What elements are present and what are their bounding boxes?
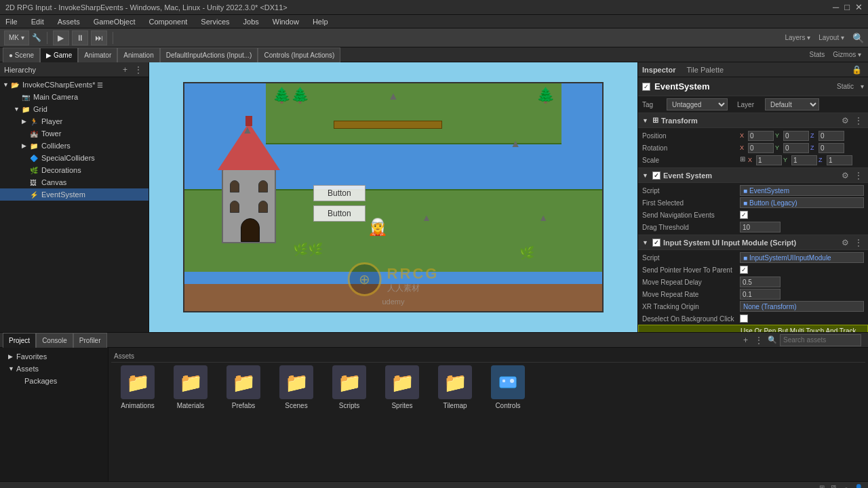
close-btn[interactable]: ✕ [855,2,863,12]
hierarchy-menu-btn[interactable]: ⋮ [132,65,144,75]
position-z-input[interactable] [818,131,844,141]
es-first-selected-ref[interactable]: ■Button (Legacy) [740,197,864,208]
im-xr-ref[interactable]: None (Transform) [740,301,864,312]
tab-animator[interactable]: Animator [78,47,117,62]
im-deselect-checkbox[interactable] [740,314,748,323]
pause-button[interactable]: ⏸ [72,30,88,45]
watermark-subtitle: 人人素材 [387,283,439,294]
es-script-ref[interactable]: ■EventSystem [740,185,864,196]
object-active-checkbox[interactable] [642,83,650,91]
tab-controls[interactable]: Controls (Input Actions) [258,47,340,62]
tab-scene[interactable]: ● Scene [3,47,40,62]
add-asset-btn[interactable]: + [741,336,750,345]
object-name[interactable]: EventSystem [654,81,833,92]
toolbar-layout: Layout ▾ [818,34,844,41]
hier-item-invoke[interactable]: ▼ 📂 InvokeCSharpEvents* ☰ [0,79,149,91]
eventsystem-active[interactable] [652,171,660,180]
menu-services[interactable]: Services [198,16,232,27]
eventsystem-gear-btn[interactable]: ⚙ [840,170,850,181]
hier-item-player[interactable]: ▶ 🏃 Player [0,115,149,127]
tab-console[interactable]: Console [36,333,73,348]
game-view: 🌲🌲 🌲 [149,62,637,332]
sidebar-assets[interactable]: ▼ Assets [3,363,105,375]
step-button[interactable]: ⏭ [91,30,107,45]
menu-file[interactable]: File [3,16,20,27]
hier-item-special[interactable]: 🔷 SpecialColliders [0,152,149,164]
tag-select[interactable]: Untagged [667,98,728,110]
game-button-1[interactable]: Button [313,185,366,201]
mk-button[interactable]: MK ▾ [4,30,29,45]
asset-sprites[interactable]: 📁 Sprites [378,365,426,409]
position-y-input[interactable] [783,131,809,141]
menu-component[interactable]: Component [146,16,190,27]
tab-animation[interactable]: Animation [117,47,159,62]
asset-scripts[interactable]: 📁 Scripts [326,365,373,409]
asset-scenes[interactable]: 📁 Scenes [273,365,320,409]
rotation-x-input[interactable] [748,143,774,153]
es-nav-checkbox[interactable] [740,211,748,219]
menu-edit[interactable]: Edit [28,16,47,27]
im-rate-input[interactable] [740,289,781,300]
asset-prefabs[interactable]: 📁 Prefabs [220,365,267,409]
menu-window[interactable]: Window [270,16,302,27]
tab-input-actions[interactable]: DefaultInputActions (Input...) [160,47,258,62]
asset-animations[interactable]: 📁 Animations [114,365,161,409]
hierarchy-content: ▼ 📂 InvokeCSharpEvents* ☰ 📷 Main Camera … [0,77,149,332]
maximize-btn[interactable]: □ [844,2,850,12]
sidebar-packages[interactable]: Packages [3,375,105,387]
tab-game[interactable]: ▶ Game [40,47,78,62]
im-script-ref[interactable]: ■InputSystemUIInputModule [740,252,864,263]
menu-jobs[interactable]: Jobs [241,16,262,27]
inputmodule-more-btn[interactable]: ⋮ [853,237,864,248]
asset-tilemap[interactable]: 📁 Tilemap [431,365,479,409]
tab-project[interactable]: Project [3,333,36,348]
scale-x-input[interactable] [756,155,782,165]
position-x-input[interactable] [748,131,774,141]
im-delay-input[interactable] [740,277,781,287]
hierarchy-add-btn[interactable]: + [121,65,130,75]
hier-item-deco[interactable]: 🌿 Decorations [0,164,149,176]
inputmodule-gear-btn[interactable]: ⚙ [840,237,850,248]
game-button-2[interactable]: Button [313,205,366,222]
asset-prefabs-icon: 📁 [226,365,260,399]
sidebar-favorites[interactable]: ▶ Favorites [3,350,105,363]
menu-assets[interactable]: Assets [55,16,83,27]
scale-y-input[interactable] [791,155,817,165]
asset-controls[interactable]: Controls [484,365,532,409]
asset-options-btn[interactable]: ⋮ [753,336,765,345]
toolbar-search-icon[interactable]: 🔍 [852,33,864,43]
menu-help[interactable]: Help [310,16,331,27]
asset-materials[interactable]: 📁 Materials [167,365,214,409]
static-dropdown-icon[interactable]: ▾ [861,83,864,90]
eventsystem-header[interactable]: ▼ Event System ⚙ ⋮ [638,168,868,183]
hier-item-eventsystem[interactable]: ⚡ EventSystem [0,188,149,201]
hier-item-colliders[interactable]: ▶ 📁 Colliders [0,140,149,152]
hier-item-tower[interactable]: 🏰 Tower [0,127,149,140]
es-drag-input[interactable] [740,222,781,232]
asset-animations-icon: 📁 [121,365,155,399]
tab-profiler[interactable]: Profiler [73,333,107,348]
hier-item-grid[interactable]: ▼ 📁 Grid [0,103,149,115]
menu-gameobject[interactable]: GameObject [91,16,138,27]
rotation-y-input[interactable] [783,143,809,153]
im-pointer-checkbox[interactable] [740,266,748,274]
minimize-btn[interactable]: ─ [833,2,839,12]
eventsystem-more-btn[interactable]: ⋮ [853,170,864,181]
asset-scenes-label: Scenes [273,402,320,409]
rotation-z-input[interactable] [818,143,844,153]
inputmodule-active[interactable] [652,239,660,247]
asset-search-input[interactable] [780,334,861,346]
transform-header[interactable]: ▼ ⊞ Transform ⚙ ⋮ [638,113,868,128]
hier-item-camera[interactable]: 📷 Main Camera [0,91,149,103]
transform-gear-btn[interactable]: ⚙ [840,115,850,126]
window-controls[interactable]: ─ □ ✕ [833,2,863,12]
tile-palette-title[interactable]: Tile Palette [687,66,724,74]
inspector-lock-btn[interactable]: 🔒 [850,65,864,75]
inputmodule-header[interactable]: ▼ Input System UI Input Module (Script) … [638,235,868,250]
asset-tilemap-label: Tilemap [431,402,479,409]
transform-more-btn[interactable]: ⋮ [853,115,864,126]
layer-select[interactable]: Default [765,98,819,110]
hier-item-canvas[interactable]: 🖼 Canvas [0,176,149,188]
scale-z-input[interactable] [827,155,852,165]
play-button[interactable]: ▶ [53,30,69,45]
